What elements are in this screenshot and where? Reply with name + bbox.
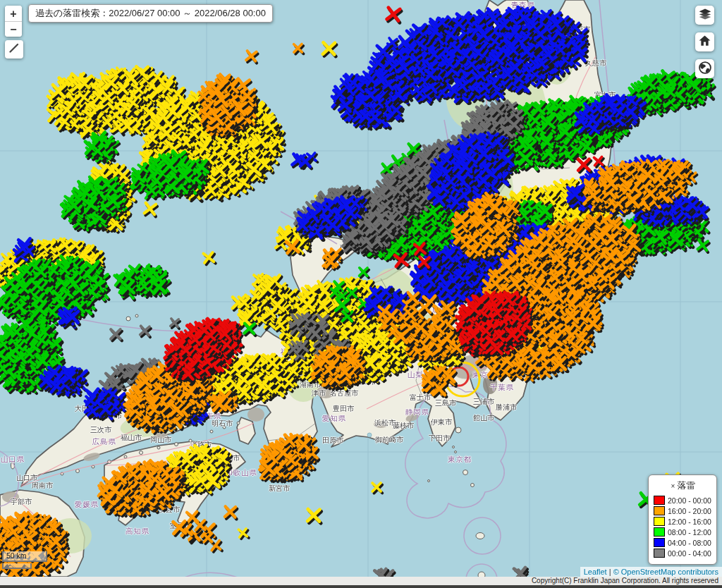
map-attribution: Leaflet | © OpenStreetMap contributors [580,567,722,577]
legend: ×落雷 20:00 - 00:0016:00 - 20:0012:00 - 16… [648,474,717,565]
polyline-draw-icon [8,42,20,57]
legend-item-label: 00:00 - 04:00 [668,549,711,558]
basemap [0,0,722,577]
zoom-out-button[interactable]: − [5,21,22,37]
legend-marker-symbol: × [671,482,675,490]
copyright-bar: Copyright(C) Franklin Japan Corporation.… [0,577,722,585]
legend-item: 08:00 - 12:00 [654,527,713,537]
window-bottom-strip [0,585,722,588]
legend-swatch [654,527,665,537]
legend-item: 00:00 - 04:00 [654,549,713,558]
zoom-control: + − [5,6,22,37]
legend-item: 16:00 - 20:00 [654,506,713,515]
legend-item: 12:00 - 16:00 [654,517,713,526]
legend-items: 20:00 - 00:0016:00 - 20:0012:00 - 16:000… [654,496,713,558]
layers-icon [698,7,712,24]
search-period-title: 過去の落雷検索：2022/06/27 00:00 ～ 2022/06/28 00… [28,4,273,23]
osm-link[interactable]: © OpenStreetMap contributors [613,568,718,576]
legend-title: ×落雷 [654,479,713,492]
home-button[interactable] [695,32,714,51]
legend-item-label: 08:00 - 12:00 [668,528,711,537]
legend-swatch [654,506,665,515]
draw-polyline-button[interactable] [5,40,23,59]
map-viewport[interactable]: 弘前市十和田市八戸市久慈市八幡平市宮古市輪島市珠洲市金沢市小松市上田市可児市飯田… [0,0,722,577]
layers-button[interactable] [695,6,714,25]
legend-item-label: 04:00 - 08:00 [668,539,711,547]
legend-swatch [654,538,665,547]
legend-item: 04:00 - 08:00 [654,538,713,547]
zoom-in-button[interactable]: + [5,6,22,21]
home-icon [698,34,711,50]
legend-item: 20:00 - 00:00 [654,496,713,505]
legend-title-text: 落雷 [677,480,695,491]
globe-button[interactable] [695,59,714,78]
globe-icon [698,61,712,78]
legend-swatch [654,496,665,505]
legend-item-label: 16:00 - 20:00 [668,507,711,515]
legend-item-label: 12:00 - 16:00 [668,517,711,526]
attribution-separator: | [609,568,611,576]
legend-item-label: 20:00 - 00:00 [668,496,711,505]
leaflet-link[interactable]: Leaflet [584,568,607,576]
legend-swatch [654,517,665,526]
legend-swatch [654,549,665,558]
